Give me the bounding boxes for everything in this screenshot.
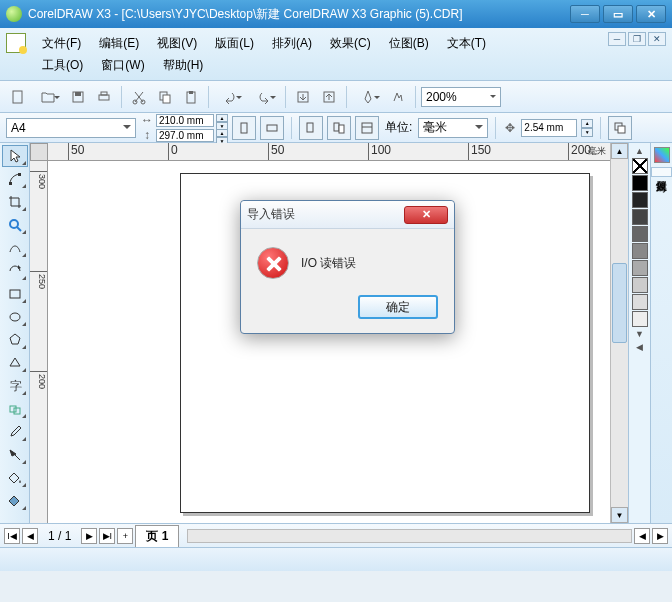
menu-file[interactable]: 文件(F) [34,33,89,54]
dialog-titlebar[interactable]: 导入错误 ✕ [241,201,454,229]
scroll-down-button[interactable]: ▼ [611,507,628,523]
swatch[interactable] [632,175,648,191]
height-spinner[interactable]: ▲▼ [216,129,228,142]
menu-window[interactable]: 窗口(W) [93,55,152,76]
swatch-none[interactable] [632,158,648,174]
page-settings-button[interactable] [355,116,379,140]
shape-tool[interactable] [2,168,28,190]
save-button[interactable] [66,85,90,109]
swatch[interactable] [632,311,648,327]
ellipse-tool[interactable] [2,306,28,328]
copy-button[interactable] [153,85,177,109]
minimize-button[interactable]: ─ [570,5,600,23]
nudge-spinner[interactable]: ▲▼ [581,119,593,137]
ruler-origin[interactable] [30,143,48,161]
paper-size-combo[interactable]: A4 [6,118,136,138]
new-document-icon[interactable] [6,33,26,53]
dialog-ok-button[interactable]: 确定 [358,295,438,319]
first-page-button[interactable]: I◀ [4,528,20,544]
menu-view[interactable]: 视图(V) [149,33,205,54]
menu-tools[interactable]: 工具(O) [34,55,91,76]
dialog-close-button[interactable]: ✕ [404,206,448,224]
page-height-input[interactable]: 297.0 mm [156,129,214,142]
interactive-tool[interactable] [2,398,28,420]
menu-help[interactable]: 帮助(H) [155,55,212,76]
zoom-combo[interactable]: 200% [421,87,501,107]
freehand-tool[interactable] [2,237,28,259]
cut-button[interactable] [127,85,151,109]
outline-tool[interactable] [2,444,28,466]
svg-rect-17 [339,125,344,133]
swatch[interactable] [632,226,648,242]
vertical-ruler[interactable]: 300 250 200 [30,161,48,523]
horizontal-ruler[interactable]: 50 0 50 100 150 200 毫米 [48,143,610,161]
last-page-button[interactable]: ▶I [99,528,115,544]
menu-text[interactable]: 文本(T) [439,33,494,54]
svg-rect-18 [362,123,372,133]
scroll-right-button[interactable]: ▶ [652,528,668,544]
palette-down-button[interactable]: ▼ [632,328,648,340]
menu-arrange[interactable]: 排列(A) [264,33,320,54]
export-button[interactable] [317,85,341,109]
landscape-button[interactable] [260,116,284,140]
menu-effects[interactable]: 效果(C) [322,33,379,54]
swatch[interactable] [632,294,648,310]
mdi-minimize-button[interactable]: ─ [608,32,626,46]
welcome-button[interactable] [386,85,410,109]
page-apply1-button[interactable] [299,116,323,140]
swatch[interactable] [632,260,648,276]
portrait-button[interactable] [232,116,256,140]
open-button[interactable] [32,85,64,109]
text-tool[interactable]: 字 [2,375,28,397]
swatch[interactable] [632,209,648,225]
scroll-thumb[interactable] [612,263,627,343]
docker-icon[interactable] [654,147,670,163]
swatch[interactable] [632,192,648,208]
mdi-restore-button[interactable]: ❐ [628,32,646,46]
mdi-close-button[interactable]: ✕ [648,32,666,46]
redo-button[interactable] [248,85,280,109]
fill-tool[interactable] [2,467,28,489]
add-page-button[interactable]: + [117,528,133,544]
import-button[interactable] [291,85,315,109]
interactive-fill-tool[interactable] [2,490,28,512]
menu-edit[interactable]: 编辑(E) [91,33,147,54]
zoom-tool[interactable] [2,214,28,236]
basic-shapes-tool[interactable] [2,352,28,374]
svg-point-27 [10,313,20,321]
prev-page-button[interactable]: ◀ [22,528,38,544]
print-button[interactable] [92,85,116,109]
menu-bitmaps[interactable]: 位图(B) [381,33,437,54]
polygon-tool[interactable] [2,329,28,351]
crop-tool[interactable] [2,191,28,213]
page-apply-all-button[interactable] [327,116,351,140]
palette-flyout-button[interactable]: ◀ [632,341,648,353]
swatch[interactable] [632,277,648,293]
app-launcher-button[interactable] [352,85,384,109]
rectangle-tool[interactable] [2,283,28,305]
unit-combo[interactable]: 毫米 [418,118,488,138]
undo-button[interactable] [214,85,246,109]
palette-up-button[interactable]: ▲ [632,145,648,157]
pick-tool[interactable] [2,145,28,167]
swatch[interactable] [632,243,648,259]
new-button[interactable] [6,85,30,109]
scroll-up-button[interactable]: ▲ [611,143,628,159]
paste-button[interactable] [179,85,203,109]
menu-bar: 文件(F) 编辑(E) 视图(V) 版面(L) 排列(A) 效果(C) 位图(B… [0,28,672,81]
page-tab[interactable]: 页 1 [135,525,179,547]
next-page-button[interactable]: ▶ [81,528,97,544]
width-spinner[interactable]: ▲▼ [216,114,228,127]
maximize-button[interactable]: ▭ [603,5,633,23]
smart-draw-tool[interactable] [2,260,28,282]
close-button[interactable]: ✕ [636,5,666,23]
vertical-scrollbar[interactable]: ▲ ▼ [610,143,628,523]
duplicate-distance-button[interactable] [608,116,632,140]
eyedropper-tool[interactable] [2,421,28,443]
horizontal-scrollbar[interactable] [187,529,632,543]
scroll-left-button[interactable]: ◀ [634,528,650,544]
page-width-input[interactable]: 210.0 mm [156,114,214,127]
menu-layout[interactable]: 版面(L) [207,33,262,54]
nudge-input[interactable]: 2.54 mm [521,119,577,137]
docker-tab-properties[interactable]: 对象属性 [651,167,672,177]
